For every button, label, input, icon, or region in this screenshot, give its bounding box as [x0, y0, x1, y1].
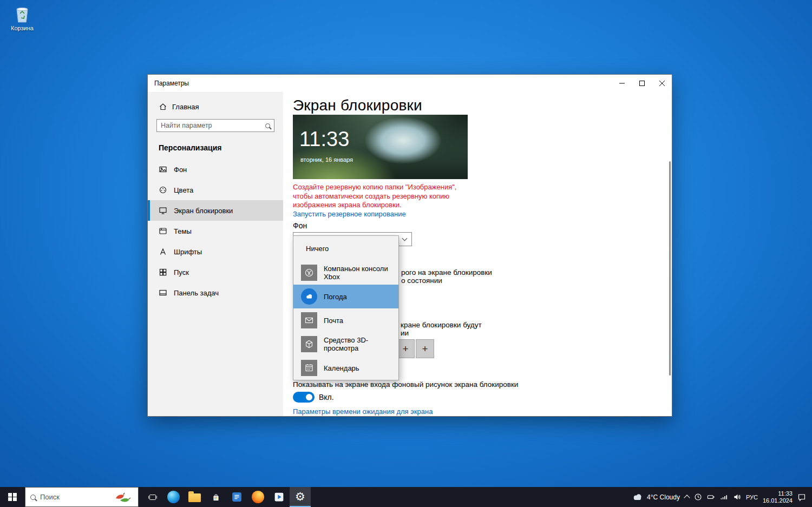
- mail-icon: [301, 312, 317, 328]
- taskbar-weather-widget[interactable]: 4°C Cloudy: [631, 493, 680, 501]
- search-icon: [30, 495, 36, 500]
- tray-volume-icon[interactable]: [733, 493, 741, 501]
- firefox-icon: [252, 491, 264, 503]
- backup-warning-text: Создайте резервную копию папки "Изображе…: [293, 183, 475, 210]
- sidebar-item-label: Экран блокировки: [174, 207, 233, 215]
- weather-icon: [301, 288, 317, 305]
- show-background-on-signin-label: Показывать на экране входа фоновый рисун…: [293, 380, 518, 389]
- store-icon: [211, 492, 221, 503]
- maximize-icon: [639, 81, 645, 86]
- clipped-status-text-line: ии: [401, 329, 409, 337]
- tray-network-icon[interactable]: [720, 493, 728, 501]
- dropdown-item-label: Календарь: [324, 364, 359, 372]
- file-explorer-icon: [188, 493, 201, 502]
- taskbar-apps: ⚙: [142, 487, 311, 507]
- settings-search-input[interactable]: [161, 122, 265, 129]
- sidebar-item-home[interactable]: Главная: [159, 101, 283, 112]
- sidebar-home-label: Главная: [172, 103, 199, 111]
- taskbar-clock[interactable]: 11:33 16.01.2024: [763, 490, 793, 504]
- close-button[interactable]: [652, 75, 672, 92]
- recycle-bin-icon: [13, 4, 31, 24]
- file-explorer-button[interactable]: [184, 487, 205, 507]
- background-label: Фон: [293, 221, 307, 230]
- dropdown-item-calendar[interactable]: Календарь: [293, 356, 398, 380]
- blue-app-icon: [231, 491, 243, 503]
- maximize-button[interactable]: [632, 75, 652, 92]
- pinned-app-button[interactable]: [226, 487, 247, 507]
- dropdown-item-3d-viewer[interactable]: Средство 3D-просмотра: [293, 332, 398, 356]
- media-app-button[interactable]: [269, 487, 290, 507]
- language-indicator[interactable]: РУС: [746, 494, 758, 501]
- dropdown-item-weather[interactable]: Погода: [293, 285, 398, 308]
- preview-time: 11:33: [299, 128, 349, 151]
- taskbar-search-input[interactable]: [40, 493, 108, 501]
- calendar-icon: [301, 360, 317, 376]
- dropdown-item-xbox-companion[interactable]: Компаньон консоли Xbox: [293, 261, 398, 285]
- sidebar-item-themes[interactable]: Темы: [148, 221, 283, 241]
- dropdown-item-mail[interactable]: Почта: [293, 308, 398, 332]
- settings-sidebar: Главная Персонализация Фон Цве: [148, 92, 283, 416]
- run-backup-link[interactable]: Запустить резервное копирование: [293, 210, 406, 218]
- sidebar-item-label: Пуск: [174, 268, 189, 276]
- sidebar-item-label: Темы: [174, 227, 192, 235]
- tray-clock-icon[interactable]: [694, 493, 702, 501]
- show-hidden-icons-chevron[interactable]: [684, 495, 690, 501]
- system-tray: 4°C Cloudy РУС 11:33 16.01.2024: [631, 490, 812, 504]
- windows-logo-icon: [8, 493, 17, 502]
- scrollbar[interactable]: [669, 161, 671, 376]
- start-button[interactable]: [0, 487, 25, 507]
- weather-text: 4°C Cloudy: [647, 493, 680, 501]
- settings-search-box[interactable]: [156, 119, 274, 132]
- firefox-app-button[interactable]: [247, 487, 269, 507]
- edge-app-button[interactable]: [163, 487, 184, 507]
- dropdown-item-label: Почта: [324, 317, 343, 325]
- minimize-button[interactable]: [612, 75, 632, 92]
- page-title: Экран блокировки: [293, 97, 422, 114]
- sidebar-item-taskbar[interactable]: Панель задач: [148, 282, 283, 303]
- dropdown-item-none[interactable]: Ничего: [293, 236, 398, 261]
- cloud-icon: [631, 493, 644, 501]
- start-menu-icon: [159, 268, 167, 276]
- add-app-button[interactable]: +: [416, 339, 434, 358]
- edge-icon: [167, 491, 180, 503]
- lock-screen-preview: 11:33 вторник, 16 января: [293, 115, 468, 179]
- sidebar-item-label: Цвета: [174, 186, 193, 194]
- minimize-icon: [619, 81, 625, 86]
- dropdown-item-label: Ничего: [306, 245, 329, 253]
- store-app-button[interactable]: [205, 487, 226, 507]
- taskbar-search-box[interactable]: [25, 487, 139, 507]
- sidebar-item-background[interactable]: Фон: [148, 159, 283, 180]
- action-center-icon[interactable]: [797, 493, 806, 502]
- clipped-status-text-line: о состоянии: [401, 276, 442, 285]
- sidebar-item-start[interactable]: Пуск: [148, 262, 283, 282]
- screen-timeout-link[interactable]: Параметры времени ожидания для экрана: [293, 407, 433, 416]
- sidebar-item-label: Шрифты: [174, 248, 202, 256]
- sidebar-item-fonts[interactable]: Шрифты: [148, 241, 283, 262]
- desktop: Корзина Параметры: [0, 0, 812, 507]
- fonts-icon: [159, 247, 167, 256]
- tray-battery-icon[interactable]: [707, 493, 715, 501]
- quick-status-app-tiles: + +: [396, 339, 434, 358]
- recycle-bin[interactable]: Корзина: [4, 4, 40, 31]
- taskbar-icon: [159, 288, 167, 297]
- task-view-button[interactable]: [142, 487, 163, 507]
- colors-icon: [159, 186, 167, 194]
- 3d-viewer-icon: [301, 336, 317, 352]
- home-icon: [159, 102, 167, 111]
- sidebar-item-lock-screen[interactable]: Экран блокировки: [148, 200, 283, 221]
- task-view-icon: [148, 492, 158, 502]
- add-app-button[interactable]: +: [396, 339, 415, 358]
- clipped-status-text-line: кране блокировки будут: [401, 321, 482, 329]
- sidebar-item-label: Фон: [174, 166, 187, 174]
- picture-icon: [159, 165, 167, 174]
- dropdown-item-label: Погода: [324, 293, 347, 301]
- search-icon: [265, 123, 270, 128]
- clock-date: 16.01.2024: [763, 497, 793, 504]
- settings-app-button[interactable]: ⚙: [290, 487, 311, 507]
- sidebar-item-colors[interactable]: Цвета: [148, 180, 283, 200]
- preview-date: вторник, 16 января: [300, 156, 353, 163]
- search-promo-peppers-icon[interactable]: [113, 491, 133, 504]
- show-background-toggle[interactable]: [293, 392, 315, 403]
- close-icon: [659, 81, 665, 86]
- sidebar-items: Фон Цвета Экран блокировки: [148, 159, 283, 303]
